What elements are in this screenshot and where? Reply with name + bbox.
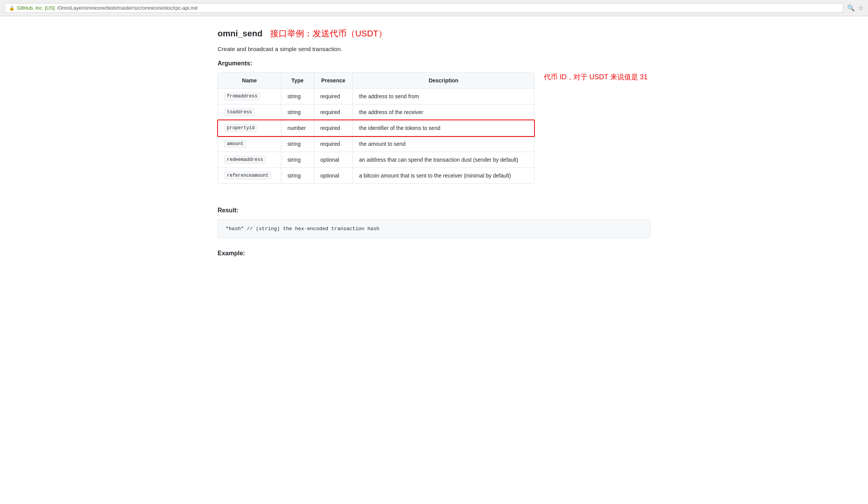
code-block-result: "hash" // (string) the hex-encoded trans… — [218, 219, 650, 238]
col-header-description: Description — [353, 73, 534, 89]
address-bar[interactable]: 🔒 GitHub, Inc. [US] /OmniLayer/omnicore/… — [5, 3, 843, 13]
col-header-presence: Presence — [314, 73, 353, 89]
cell-type: string — [281, 168, 314, 184]
table-row: redeemaddress string optional an address… — [218, 152, 534, 168]
cell-description: the address of the receiver — [353, 104, 534, 120]
code-name: referenceamount — [224, 172, 271, 179]
table-row-propertyid: propertyid number required the identifie… — [218, 120, 534, 136]
code-name: toaddress — [224, 108, 255, 116]
url-path: /OmniLayer/omnicore/blob/master/src/omni… — [57, 5, 197, 11]
browser-icons: 🔍 ☆ — [847, 4, 863, 12]
table-header-row: Name Type Presence Description — [218, 73, 534, 89]
example-heading: Example: — [218, 250, 650, 257]
cell-description-propertyid: the identifier of the tokens to send — [353, 120, 534, 136]
arguments-table: Name Type Presence Description fromaddre… — [218, 73, 534, 183]
cell-description: the amount to send — [353, 136, 534, 152]
cell-name: redeemaddress — [218, 152, 281, 168]
search-icon[interactable]: 🔍 — [847, 4, 855, 12]
table-row: amount string required the amount to sen… — [218, 136, 534, 152]
bookmark-icon[interactable]: ☆ — [858, 4, 863, 12]
cell-name: fromaddress — [218, 89, 281, 104]
cell-description: a bitcoin amount that is sent to the rec… — [353, 168, 534, 184]
table-row: fromaddress string required the address … — [218, 89, 534, 104]
lock-icon: 🔒 — [9, 5, 15, 11]
cell-description: the address to send from — [353, 89, 534, 104]
page-content: omni_send 接口举例：发送代币（USDT） Create and bro… — [202, 16, 666, 274]
cell-type-propertyid: number — [281, 120, 314, 136]
code-name: fromaddress — [224, 92, 260, 100]
cell-type: string — [281, 89, 314, 104]
title-row: omni_send 接口举例：发送代币（USDT） — [218, 28, 650, 39]
table-row: referenceamount string optional a bitcoi… — [218, 168, 534, 184]
url-origin: GitHub, Inc. [US] — [17, 5, 55, 11]
cell-presence: required — [314, 104, 353, 120]
table-container: Name Type Presence Description fromaddre… — [218, 72, 534, 195]
args-table-wrapper: Name Type Presence Description fromaddre… — [218, 72, 534, 184]
col-header-name: Name — [218, 73, 281, 89]
cell-name: toaddress — [218, 104, 281, 120]
page-title-main: omni_send — [218, 29, 262, 39]
result-heading: Result: — [218, 207, 650, 214]
annotation-container: 代币 ID，对于 USDT 来说值是 31 — [534, 72, 648, 82]
code-name: amount — [224, 140, 246, 148]
cell-name-propertyid: propertyid — [218, 120, 281, 136]
cell-type: string — [281, 152, 314, 168]
code-propertyid: propertyid — [224, 124, 257, 132]
table-section: Name Type Presence Description fromaddre… — [218, 72, 650, 195]
col-header-type: Type — [281, 73, 314, 89]
cell-presence: optional — [314, 152, 353, 168]
annotation-text: 代币 ID，对于 USDT 来说值是 31 — [544, 72, 648, 82]
cell-type: string — [281, 136, 314, 152]
page-description: Create and broadcast a simple send trans… — [218, 46, 650, 52]
page-title-sub: 接口举例：发送代币（USDT） — [270, 28, 387, 39]
cell-name: amount — [218, 136, 281, 152]
cell-description: an address that can spend the transactio… — [353, 152, 534, 168]
cell-name: referenceamount — [218, 168, 281, 184]
arguments-heading: Arguments: — [218, 60, 650, 67]
cell-presence: required — [314, 136, 353, 152]
table-row: toaddress string required the address of… — [218, 104, 534, 120]
code-name: redeemaddress — [224, 156, 266, 164]
browser-chrome: 🔒 GitHub, Inc. [US] /OmniLayer/omnicore/… — [0, 0, 868, 16]
cell-presence: optional — [314, 168, 353, 184]
cell-presence-propertyid: required — [314, 120, 353, 136]
cell-type: string — [281, 104, 314, 120]
cell-presence: required — [314, 89, 353, 104]
code-result-text: "hash" // (string) the hex-encoded trans… — [226, 226, 380, 232]
